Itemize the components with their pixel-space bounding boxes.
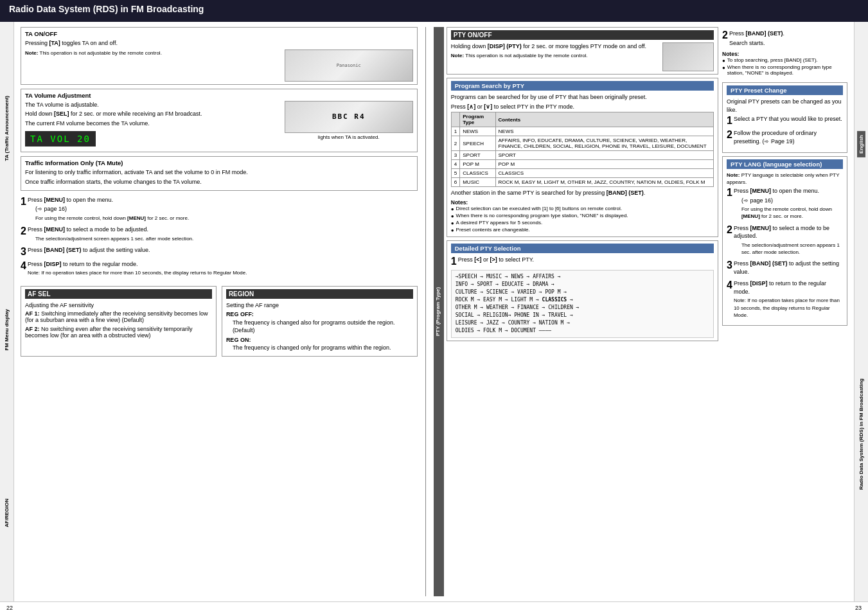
- note-item-3: ●A desired PTY appears for 5 seconds.: [451, 220, 714, 226]
- table-row: 5CLASSICSCLASSICS: [451, 169, 713, 178]
- note-item-4: ●Preset contents are changeable.: [451, 227, 714, 233]
- ta-onoff-section: TA ON/OFF Pressing [TA] toggles TA on an…: [21, 27, 418, 85]
- band-notes-title: Notes:: [722, 51, 847, 57]
- band-note-1: ●To stop searching, press [BAND] (SET).: [722, 57, 847, 64]
- reg-off: REG OFF: The frequency is changed also f…: [226, 310, 413, 335]
- step1-sub2: For using the remote control, hold down …: [28, 215, 418, 222]
- note-item-1: ●Direct selection can be executed with […: [451, 206, 714, 212]
- fm-menu-steps: 1 Press [MENU] to open the menu. (➾ page…: [21, 195, 418, 282]
- page-num-right: 23: [855, 605, 862, 611]
- table-row: 4POP MPOP M: [451, 160, 713, 169]
- af1-label: AF 1:: [25, 310, 40, 317]
- pty-sidebar-label: PTY (Program Type): [434, 27, 444, 596]
- program-search-text1: Programs can be searched for by use of P…: [451, 93, 714, 102]
- lang-step2-num: 2: [727, 224, 732, 236]
- band-step2-line: 2 Press [BAND] (SET). Search starts.: [722, 30, 847, 48]
- step2-line: 2 Press [MENU] to select a mode to be ad…: [21, 226, 418, 244]
- detailed-pty-section: Detailed PTY Selection 1 Press [<] or [>…: [447, 240, 718, 341]
- pty-onoff-note: Note: This operation is not adjustable b…: [451, 52, 659, 59]
- notes-title: Notes:: [451, 199, 714, 206]
- sidebar-label-rds: Radio Data System (RDS) in FM Broadcasti…: [858, 376, 864, 492]
- band-step2-num: 2: [722, 30, 728, 41]
- footer: 22 23: [0, 601, 868, 613]
- af2-item: AF 2: No switching even after the receiv…: [25, 326, 212, 339]
- right-section: PTY (Program Type) PTY ON/OFF Holding do…: [434, 27, 847, 596]
- band-step2-text: Press [BAND] (SET).: [729, 30, 847, 38]
- step1-content: Press [MENU] to open the menu. (➾ page 1…: [28, 196, 418, 223]
- step1-num: 1: [21, 196, 26, 208]
- pty-flow-diagram: →SPEECH → MUSIC → NEWS → AFFAIRS → INFO …: [451, 270, 714, 338]
- lang-step1: 1 Press [MENU] to open the menu. (➾ page…: [727, 187, 843, 222]
- traffic-info-section: Traffic Information Only (TA Mute) For l…: [21, 156, 418, 190]
- step2-num: 2: [21, 226, 26, 237]
- left-sidebar: TA (Traffic Announcement) FM Menu displa…: [0, 22, 14, 601]
- step1-line: 1 Press [MENU] to open the menu. (➾ page…: [21, 196, 418, 223]
- section-divider: [425, 27, 426, 596]
- region-title: REGION: [226, 289, 413, 299]
- step4-text: Press [DISP] to return to the regular mo…: [28, 260, 418, 269]
- ta-display: TA VOL 20: [25, 131, 96, 147]
- sidebar-label-english: English: [857, 131, 865, 157]
- page-layout: Radio Data System (RDS) in FM Broadcasti…: [0, 0, 868, 613]
- table-row: 1NEWSNEWS: [451, 127, 713, 136]
- pty-content: PTY ON/OFF Holding down [DISP] (PTY) for…: [447, 27, 847, 596]
- preset-step2: 2 Follow the procedure of ordinary prese…: [727, 129, 843, 147]
- note-item-2: ●When there is no corresponding program …: [451, 213, 714, 219]
- ta-vol-text1: The TA volume is adjustable.: [25, 101, 279, 109]
- table-row: 2SPEECHAFFAIRS, INFO, EDUCATE, DRAMA, CU…: [451, 136, 713, 151]
- lang-step1-num: 1: [727, 187, 732, 199]
- pty-lang-note: Note: PTY language is selectable only wh…: [727, 172, 843, 186]
- traffic-info-text2: Once traffic information starts, the vol…: [25, 178, 413, 186]
- ta-volume-title: TA Volume Adjustment: [25, 92, 413, 99]
- step3-content: Press [BAND] (SET) to adjust the setting…: [28, 246, 418, 256]
- pty-onoff-text1: Holding down [DISP] (PTY) for 2 sec. or …: [451, 42, 659, 51]
- ta-onoff-title: TA ON/OFF: [25, 30, 413, 37]
- page-title: Radio Data System (RDS) in FM Broadcasti…: [9, 4, 204, 14]
- region-desc: Setting the AF range: [226, 301, 413, 310]
- traffic-info-title: Traffic Information Only (TA Mute): [25, 159, 413, 166]
- col-num: [451, 112, 459, 127]
- lang-step2: 2 Press [MENU] to select a mode to be ad…: [727, 224, 843, 258]
- ta-vol-text2: Hold down [SEL] for 2 sec. or more while…: [25, 110, 279, 118]
- step3-line: 3 Press [BAND] (SET) to adjust the setti…: [21, 246, 418, 258]
- af1-text: Switching immediately after the receivin…: [25, 310, 208, 323]
- program-search-text2: Press [∧] or [∨] to select PTY in the PT…: [451, 103, 714, 111]
- pty-preset-desc: Original PTY presets can be changed as y…: [727, 98, 843, 114]
- left-section: TA ON/OFF Pressing [TA] toggles TA on an…: [21, 27, 418, 596]
- step4-num: 4: [21, 260, 26, 272]
- traffic-info-text1: For listening to only traffic informatio…: [25, 168, 413, 177]
- region-section: REGION Setting the AF range REG OFF: The…: [222, 286, 418, 357]
- sidebar-label-af: AF/REGION: [4, 496, 10, 529]
- step2-sub: The selection/adjustment screen appears …: [28, 235, 418, 242]
- pty-step1: 1 Press [<] or [>] to select PTY.: [451, 256, 714, 267]
- lang-step1-sub: (➾ page 16): [734, 197, 843, 205]
- sidebar-label-fm: FM Menu display: [4, 306, 10, 353]
- program-search-section: Program Search by PTY Programs can be se…: [447, 78, 718, 237]
- lang-step3-num: 3: [727, 260, 732, 271]
- af-sel-desc: Adjusting the AF sensitivity: [25, 301, 212, 310]
- ta-onoff-note-label: Note:: [25, 50, 38, 56]
- band-step2-sub: Search starts.: [729, 39, 847, 48]
- step1-text: Press [MENU] to open the menu.: [28, 196, 418, 204]
- pty-lang-section: PTY LANG (language selection) Note: PTY …: [722, 156, 847, 326]
- ta-onoff-text: Pressing [TA] toggles TA on and off.: [25, 39, 413, 48]
- pty-table: Program Type Contents 1NEWSNEWS 2SPEECHA…: [451, 112, 714, 187]
- lang-step4-num: 4: [727, 280, 732, 291]
- step4-line: 4 Press [DISP] to return to the regular …: [21, 260, 418, 278]
- af-sel-section: AF SEL Adjusting the AF sensitivity AF 1…: [21, 286, 217, 357]
- pty-onoff-section: PTY ON/OFF Holding down [DISP] (PTY) for…: [447, 27, 718, 75]
- ta-caption: lights when TA is activated.: [318, 134, 380, 140]
- ta-volume-section: TA Volume Adjustment The TA volume is ad…: [21, 89, 418, 153]
- af-sel-title: AF SEL: [25, 289, 212, 299]
- page-num-left: 22: [6, 605, 13, 611]
- detailed-pty-title: Detailed PTY Selection: [451, 244, 714, 253]
- ta-vol-text3: The current FM volume becomes the TA vol…: [25, 120, 279, 128]
- main-content: TA ON/OFF Pressing [TA] toggles TA on an…: [14, 22, 854, 601]
- pty-lang-title: PTY LANG (language selection): [727, 159, 843, 169]
- pty-onoff-text-area: Holding down [DISP] (PTY) for 2 sec. or …: [451, 42, 659, 71]
- af2-label: AF 2:: [25, 326, 40, 332]
- table-row: 6MUSICROCK M, EASY M, LIGHT M, OTHER M, …: [451, 178, 713, 187]
- pty-onoff-title: PTY ON/OFF: [451, 30, 714, 40]
- band-note-2: ●When there is no corresponding program …: [722, 64, 847, 76]
- lang-step4: 4 Press [DISP] to return to the regular …: [727, 280, 843, 320]
